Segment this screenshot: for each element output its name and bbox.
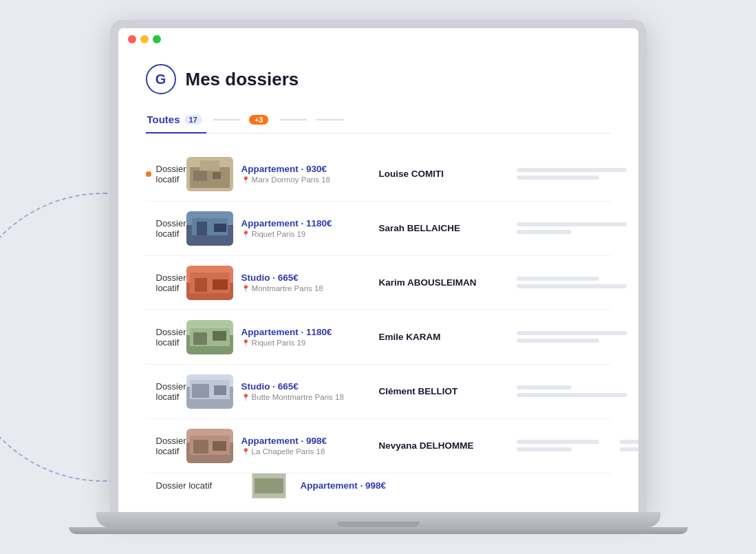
bar [517, 277, 599, 281]
property-thumbnail [246, 473, 292, 498]
pin-icon: 📍 [241, 285, 250, 292]
pin-icon: 📍 [241, 394, 250, 401]
status-dot-empty [146, 280, 151, 286]
table-row[interactable]: Dossier locatif Appartement · 998€ [146, 419, 611, 473]
tenant-name: Karim ABOUSLEIMAN [379, 277, 517, 288]
svg-rect-18 [193, 332, 207, 345]
bar [517, 222, 627, 226]
property-name: Appartement · 998€ [241, 436, 379, 446]
table-row[interactable]: Dossier locatif Appartement · 1180€ [146, 310, 611, 365]
status-bars [517, 385, 627, 397]
svg-rect-23 [192, 384, 209, 398]
traffic-lights-bar [118, 28, 638, 49]
tab-separator-1 [213, 119, 241, 120]
svg-rect-4 [200, 160, 219, 171]
laptop-screen: G Mes dossiers Toutes 17 +3 [118, 28, 638, 512]
tenant-name: Sarah BELLAICHE [379, 223, 517, 233]
status-dot-empty [146, 389, 151, 394]
bar [517, 284, 627, 288]
property-info: Appartement · 998€ [301, 480, 438, 491]
property-location: 📍 Butte Montmartre Paris 18 [241, 393, 379, 401]
property-location: 📍 La Chapelle Paris 18 [241, 447, 379, 456]
svg-rect-8 [197, 222, 207, 235]
property-info: Appartement · 1180€ 📍 Riquet Paris 19 [241, 218, 379, 238]
property-location: 📍 Riquet Paris 19 [241, 339, 379, 347]
screen-bezel: G Mes dossiers Toutes 17 +3 [110, 20, 647, 512]
pin-icon: 📍 [241, 231, 250, 238]
svg-rect-24 [214, 385, 226, 395]
table-row[interactable]: Dossier locatif Appartement · 1180€ [146, 202, 611, 256]
property-name: Studio · 665€ [241, 273, 379, 283]
pin-icon: 📍 [241, 176, 250, 184]
tab-plus3[interactable]: +3 [248, 108, 273, 133]
property-name: Appartement · 998€ [301, 480, 438, 491]
dossier-type: Dossier locatif [146, 327, 186, 348]
tenant-name: Emile KARAM [379, 332, 517, 342]
logo-letter: G [155, 72, 166, 87]
laptop-notch [337, 522, 420, 527]
svg-rect-3 [213, 172, 221, 179]
minimize-button[interactable] [140, 35, 149, 43]
status-bars [517, 168, 627, 180]
tabs-bar: Toutes 17 +3 [146, 107, 611, 134]
svg-rect-13 [195, 278, 207, 292]
property-name: Appartement · 1180€ [241, 218, 379, 228]
bar [517, 339, 599, 343]
tab-toutes-badge: 17 [184, 115, 202, 125]
property-info: Appartement · 1180€ 📍 Riquet Paris 19 [241, 327, 379, 347]
status-dot-empty [146, 483, 151, 489]
bar [517, 168, 627, 172]
property-name: Studio · 665€ [241, 381, 379, 392]
status-dot-empty [146, 334, 151, 340]
bar [517, 175, 599, 180]
svg-rect-31 [255, 478, 283, 493]
table-row[interactable]: Dossier locatif Studio · 665€ [146, 365, 611, 419]
app-content: G Mes dossiers Toutes 17 +3 [118, 49, 638, 512]
dossier-type: Dossier locatif [146, 164, 186, 184]
property-name: Appartement · 930€ [241, 164, 379, 174]
tenant-name: Louise COMITI [379, 169, 517, 179]
svg-rect-28 [193, 440, 208, 454]
tenant-name: Clément BELLIOT [379, 386, 517, 396]
table-row[interactable]: Dossier locatif Appartement · 998€ [146, 473, 611, 498]
status-bars [517, 440, 599, 451]
property-thumbnail [186, 320, 233, 354]
svg-rect-29 [213, 441, 226, 451]
property-thumbnail [186, 429, 233, 463]
tab-toutes[interactable]: Toutes 17 [146, 107, 206, 134]
status-bars-2 [620, 440, 638, 451]
dossier-list: Dossier locatif Appartement · 930€ [146, 147, 611, 498]
table-row[interactable]: Dossier locatif Studio · 665€ [146, 256, 611, 310]
property-info: Studio · 665€ 📍 Butte Montmartre Paris 1… [241, 381, 379, 401]
property-thumbnail [186, 157, 233, 191]
laptop-mockup: G Mes dossiers Toutes 17 +3 [69, 20, 688, 534]
close-button[interactable] [128, 35, 136, 43]
status-bars [517, 331, 627, 343]
bar [517, 393, 627, 397]
bar [517, 447, 572, 451]
dossier-type: Dossier locatif [146, 436, 186, 456]
property-info: Studio · 665€ 📍 Montmartre Paris 18 [241, 273, 379, 292]
bar [517, 440, 599, 444]
svg-rect-2 [193, 171, 207, 181]
page-title: Mes dossiers [186, 69, 299, 90]
status-bars [517, 277, 627, 288]
table-row[interactable]: Dossier locatif Appartement · 930€ [146, 147, 611, 202]
tab-separator-3 [316, 119, 344, 120]
bar [517, 331, 627, 335]
property-thumbnail [186, 266, 233, 300]
property-info: Appartement · 998€ 📍 La Chapelle Paris 1… [241, 436, 379, 456]
maximize-button[interactable] [153, 35, 161, 43]
svg-rect-9 [214, 224, 226, 232]
property-location: 📍 Riquet Paris 19 [241, 230, 379, 238]
tenant-name: Nevyana DELHOMME [379, 440, 517, 451]
bar [620, 440, 638, 444]
laptop-base [96, 512, 660, 527]
svg-rect-14 [213, 279, 228, 290]
property-thumbnail [186, 374, 233, 409]
status-dot [146, 171, 151, 177]
app-header: G Mes dossiers [146, 49, 611, 107]
property-info: Appartement · 930€ 📍 Marx Dormoy Paris 1… [241, 164, 379, 184]
status-dot-empty [146, 226, 151, 231]
property-location: 📍 Montmartre Paris 18 [241, 284, 379, 292]
